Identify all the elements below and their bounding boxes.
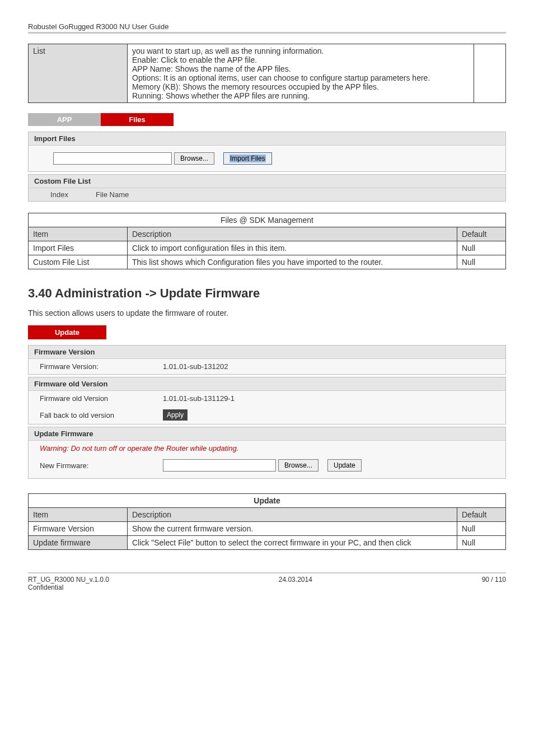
firmware-old-header: Firmware old Version xyxy=(29,377,505,391)
update-table: Update Item Description Default Firmware… xyxy=(28,493,506,550)
table-row: Firmware Version Show the current firmwa… xyxy=(29,522,506,536)
files-r0-desc: Click to import configuration files in t… xyxy=(128,241,457,255)
update-r0-desc: Show the current firmware version. xyxy=(128,522,457,536)
files-sdk-title: Files @ SDK Management xyxy=(29,213,506,227)
firmware-version-row: Firmware Version: 1.01.01-sub-131202 xyxy=(29,359,505,374)
page-header: Robustel GoRugged R3000 NU User Guide xyxy=(28,22,506,32)
page-footer: RT_UG_R3000 NU_v.1.0.0 Confidential 24.0… xyxy=(28,572,506,591)
update-button[interactable]: Update xyxy=(327,459,362,472)
files-h-desc: Description xyxy=(128,227,457,241)
list-table: List you want to start up, as well as th… xyxy=(28,44,506,103)
update-firmware-header: Update Firmware xyxy=(29,427,505,441)
section-heading: 3.40 Administration -> Update Firmware xyxy=(28,286,506,301)
files-r0-item: Import Files xyxy=(29,241,128,255)
table-row: Update firmware Click "Select File" butt… xyxy=(29,536,506,550)
table-row: Custom File List This list shows which C… xyxy=(29,255,506,269)
firmware-old-label: Firmware old Version xyxy=(40,394,163,403)
firmware-version-label: Firmware Version: xyxy=(40,362,163,371)
firmware-old-row2: Fall back to old version Apply xyxy=(29,406,505,424)
firmware-old-value: 1.01.01-sub-131129-1 xyxy=(163,394,235,403)
footer-right: 90 / 110 xyxy=(482,576,506,591)
update-h-item: Item xyxy=(29,508,128,522)
col-filename: File Name xyxy=(90,188,505,201)
list-col1: List xyxy=(29,44,128,103)
import-files-button[interactable]: Import Files xyxy=(223,152,272,165)
footer-center: 24.03.2014 xyxy=(279,576,312,591)
update-warning: Warning: Do not turn off or operate the … xyxy=(29,441,505,456)
file-path-input[interactable] xyxy=(53,152,172,165)
tab-files[interactable]: Files xyxy=(101,113,174,126)
tab-row-app-files: APP Files xyxy=(28,113,506,126)
files-r0-def: Null xyxy=(457,241,506,255)
list-line-2: APP Name: Shows the name of the APP file… xyxy=(132,64,469,73)
update-r0-item: Firmware Version xyxy=(29,522,128,536)
update-table-title: Update xyxy=(29,494,506,508)
list-desc: you want to start up, as well as the run… xyxy=(128,44,474,103)
files-h-item: Item xyxy=(29,227,128,241)
col-index: Index xyxy=(29,188,90,201)
list-empty xyxy=(474,44,506,103)
list-line-0: you want to start up, as well as the run… xyxy=(132,46,469,55)
browse-button-fw[interactable]: Browse... xyxy=(278,459,318,472)
firmware-version-value: 1.01.01-sub-131202 xyxy=(163,362,228,371)
list-line-5: Running: Shows whether the APP files are… xyxy=(132,91,469,100)
files-r1-desc: This list shows which Configuration file… xyxy=(128,255,457,269)
update-r1-desc: Click "Select File" button to select the… xyxy=(128,536,457,550)
custom-file-list-columns: Index File Name xyxy=(29,188,505,201)
footer-left-1: RT_UG_R3000 NU_v.1.0.0 xyxy=(28,576,109,584)
header-divider xyxy=(28,32,506,34)
firmware-version-panel: Firmware Version Firmware Version: 1.01.… xyxy=(28,345,506,375)
apply-button[interactable]: Apply xyxy=(163,409,188,421)
new-firmware-label: New Firmware: xyxy=(40,461,163,470)
fallback-label: Fall back to old version xyxy=(40,411,163,419)
list-line-1: Enable: Click to enable the APP file. xyxy=(132,55,469,64)
files-h-default: Default xyxy=(457,227,506,241)
section-description: This section allows users to update the … xyxy=(28,309,506,318)
update-r1-item: Update firmware xyxy=(29,536,128,550)
list-line-4: Memory (KB): Shows the memory resources … xyxy=(132,82,469,91)
files-sdk-table: Files @ SDK Management Item Description … xyxy=(28,213,506,269)
firmware-version-header: Firmware Version xyxy=(29,346,505,359)
table-row: Import Files Click to import configurati… xyxy=(29,241,506,255)
browse-button[interactable]: Browse... xyxy=(174,152,214,165)
firmware-old-panel: Firmware old Version Firmware old Versio… xyxy=(28,377,506,424)
tab-update[interactable]: Update xyxy=(28,325,106,339)
list-line-3: Options: It is an optional items, user c… xyxy=(132,73,469,82)
new-firmware-input[interactable] xyxy=(163,459,276,472)
new-firmware-row: New Firmware: Browse... Update xyxy=(29,456,505,478)
update-r1-def: Null xyxy=(457,536,506,550)
update-h-desc: Description xyxy=(128,508,457,522)
files-r1-item: Custom File List xyxy=(29,255,128,269)
files-r1-def: Null xyxy=(457,255,506,269)
custom-file-list-panel: Costom File List Index File Name xyxy=(28,174,506,202)
update-r0-def: Null xyxy=(457,522,506,536)
import-files-row: Browse... Import Files xyxy=(40,148,494,169)
update-firmware-panel: Update Firmware Warning: Do not turn off… xyxy=(28,427,506,479)
import-files-panel: Import Files Browse... Import Files xyxy=(28,132,506,172)
update-h-default: Default xyxy=(457,508,506,522)
custom-file-list-header: Costom File List xyxy=(29,175,505,188)
tab-app[interactable]: APP xyxy=(28,113,101,126)
firmware-old-row1: Firmware old Version 1.01.01-sub-131129-… xyxy=(29,391,505,406)
fallback-value: Apply xyxy=(163,409,188,421)
import-files-header: Import Files xyxy=(29,132,505,146)
footer-left-2: Confidential xyxy=(28,584,109,591)
